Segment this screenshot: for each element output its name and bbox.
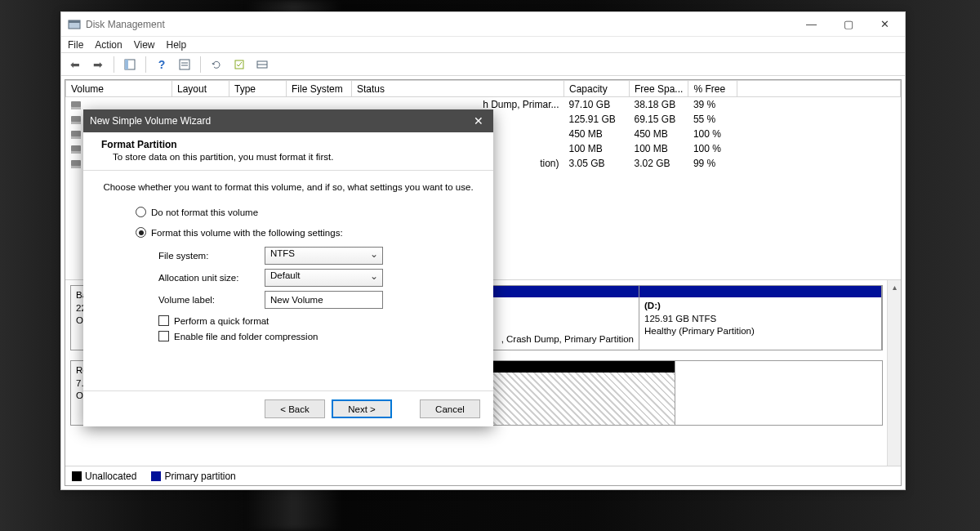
- checkbox-quick-format[interactable]: Perform a quick format: [158, 315, 475, 326]
- legend: Unallocated Primary partition: [65, 466, 901, 485]
- menu-action[interactable]: Action: [95, 39, 122, 51]
- col-type[interactable]: Type: [229, 81, 287, 97]
- new-simple-volume-wizard: New Simple Volume Wizard ✕ Format Partit…: [83, 109, 493, 426]
- wizard-subheading: To store data on this partition, you mus…: [113, 152, 475, 162]
- cancel-button[interactable]: Cancel: [420, 399, 480, 418]
- volume-icon: [71, 131, 81, 139]
- label-volume-label: Volume label:: [158, 295, 265, 305]
- checkbox-compression[interactable]: Enable file and folder compression: [158, 331, 475, 341]
- wizard-close-button[interactable]: ✕: [464, 109, 493, 132]
- maximize-button[interactable]: ▢: [830, 12, 866, 37]
- legend-swatch-primary: [151, 471, 161, 481]
- allocation-unit-select[interactable]: Default: [265, 269, 383, 287]
- list-icon[interactable]: [253, 56, 271, 74]
- volume-icon: [71, 160, 81, 168]
- partition-d[interactable]: (D:) 125.91 GB NTFS Healthy (Primary Par…: [639, 297, 881, 350]
- col-free[interactable]: Free Spa...: [630, 81, 688, 97]
- window-title: Disk Management: [86, 19, 165, 30]
- back-button[interactable]: < Back: [265, 399, 325, 418]
- checkbox-icon: [158, 331, 169, 341]
- wizard-title: New Simple Volume Wizard: [90, 115, 211, 127]
- titlebar[interactable]: Disk Management ― ▢ ✕: [61, 12, 905, 37]
- action-icon[interactable]: [230, 56, 248, 74]
- menu-help[interactable]: Help: [167, 39, 187, 51]
- minimize-button[interactable]: ―: [793, 12, 830, 37]
- app-icon: [68, 18, 81, 31]
- wizard-titlebar[interactable]: New Simple Volume Wizard ✕: [83, 109, 493, 132]
- svg-rect-1: [69, 20, 80, 23]
- wizard-lead-text: Choose whether you want to format this v…: [101, 182, 475, 192]
- legend-swatch-unallocated: [72, 471, 82, 481]
- radio-do-not-format[interactable]: Do not format this volume: [136, 207, 475, 217]
- volume-icon: [71, 101, 81, 109]
- radio-icon: [136, 227, 146, 238]
- wizard-footer: < Back Next > Cancel: [83, 390, 493, 426]
- next-button[interactable]: Next >: [332, 399, 392, 418]
- col-status[interactable]: Status: [352, 81, 564, 97]
- col-pctfree[interactable]: % Free: [688, 81, 737, 97]
- col-filesystem[interactable]: File System: [287, 81, 352, 97]
- show-hide-tree-icon[interactable]: [121, 56, 139, 74]
- menu-file[interactable]: File: [68, 39, 83, 51]
- col-layout[interactable]: Layout: [172, 81, 229, 97]
- refresh-icon[interactable]: [207, 56, 225, 74]
- col-volume[interactable]: Volume: [66, 81, 172, 97]
- menubar: File Action View Help: [61, 37, 905, 53]
- label-allocation-unit: Allocation unit size:: [158, 273, 265, 283]
- radio-icon: [136, 207, 146, 217]
- col-capacity[interactable]: Capacity: [564, 81, 630, 97]
- svg-rect-3: [125, 60, 128, 69]
- col-spacer: [737, 81, 901, 97]
- volume-icon: [71, 145, 81, 154]
- toolbar: ⬅ ➡ ?: [61, 53, 905, 76]
- file-system-select[interactable]: NTFS: [265, 247, 383, 265]
- properties-icon[interactable]: [176, 56, 194, 74]
- help-icon[interactable]: ?: [153, 56, 171, 74]
- close-button[interactable]: ✕: [866, 12, 903, 37]
- back-icon[interactable]: ⬅: [66, 56, 84, 74]
- wizard-heading: Format Partition: [101, 139, 475, 150]
- volume-label-input[interactable]: [265, 291, 383, 309]
- menu-view[interactable]: View: [134, 39, 155, 51]
- forward-icon[interactable]: ➡: [89, 56, 107, 74]
- svg-rect-4: [180, 60, 189, 69]
- radio-format-with-settings[interactable]: Format this volume with the following se…: [136, 227, 475, 238]
- wizard-header: Format Partition To store data on this p…: [83, 132, 493, 171]
- scroll-up-icon[interactable]: ▴: [888, 280, 901, 294]
- volume-icon: [71, 116, 81, 124]
- label-file-system: File system:: [158, 251, 265, 261]
- scrollbar-vertical[interactable]: ▴: [887, 280, 901, 466]
- checkbox-icon: [158, 315, 169, 326]
